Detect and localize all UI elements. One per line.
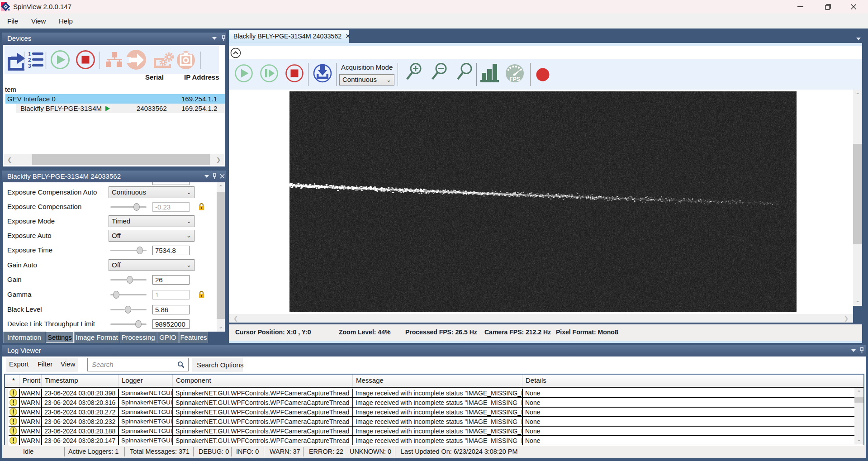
svg-text:2: 2 [28, 57, 31, 63]
svg-text:3: 3 [28, 63, 31, 69]
svg-text:FPS: FPS [509, 76, 520, 82]
svg-text:1: 1 [28, 51, 31, 57]
